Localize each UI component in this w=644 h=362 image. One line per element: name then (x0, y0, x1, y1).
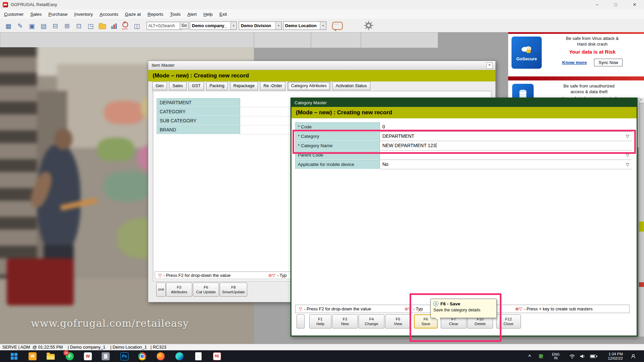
wps-office-icon[interactable]: W (26, 351, 39, 361)
menu-sales[interactable]: Sales (27, 10, 45, 18)
pencil-icon: ✎ (17, 23, 23, 29)
firefox-icon[interactable] (154, 351, 167, 361)
category-name-field[interactable]: NEW DEPARTMENT 123 (380, 141, 632, 150)
image-toolbar-icon[interactable]: ▣ (26, 20, 38, 32)
menu-reports[interactable]: Reports (144, 10, 167, 18)
tab-gen[interactable]: Gen (152, 82, 167, 90)
file-explorer-icon[interactable] (44, 351, 57, 361)
f3-new-button[interactable]: F3New (332, 314, 358, 328)
document-toolbar-icon[interactable]: ⊡ (73, 20, 85, 32)
chat-icon[interactable] (332, 22, 343, 30)
calculator-toolbar-icon[interactable]: ▤ (38, 20, 49, 32)
item-master-titlebar[interactable]: Item Master ✕ (148, 61, 495, 70)
tab-sales[interactable]: Sales (169, 82, 186, 90)
tray-chevron[interactable]: ^ (524, 351, 535, 361)
menu-purchase[interactable]: Purchase (45, 10, 71, 18)
start-button[interactable] (7, 351, 21, 361)
dropdown-icon[interactable]: ▽ (626, 150, 629, 160)
panel-strip (361, 32, 438, 48)
tab-category-attributes[interactable]: Category Attributes (288, 82, 330, 90)
copy-toolbar-icon[interactable]: ◳ (85, 20, 96, 32)
volume-icon[interactable] (578, 351, 588, 361)
menu-inventory[interactable]: Inventory (71, 10, 96, 18)
shift-button[interactable]: Shift (156, 283, 166, 297)
gear-icon[interactable] (363, 20, 374, 31)
division-dropdown-value: Demo Division (239, 23, 275, 28)
company-toolbar-icon[interactable]: ▦ (3, 20, 14, 32)
chrome-icon[interactable] (136, 351, 149, 361)
dropdown-icon[interactable]: ▽ (626, 132, 629, 141)
dropdown-icon[interactable]: ▽ (626, 160, 629, 169)
banner-line: Hard disk crash (577, 41, 607, 47)
menu-alert[interactable]: Alert (184, 10, 200, 18)
f4-change-button[interactable]: F4Change (359, 314, 384, 328)
menu-tools[interactable]: Tools (167, 10, 184, 18)
retaileasy-icon[interactable]: RE (210, 351, 224, 361)
photoshop-icon[interactable]: Ps (118, 351, 131, 361)
scroll-up-icon[interactable] (639, 98, 644, 103)
edge-icon[interactable] (173, 351, 186, 361)
sync-now-button[interactable]: Sync Now (594, 59, 623, 66)
blank-button[interactable] (297, 314, 305, 328)
risk-warning: Your data is at Risk (569, 49, 615, 55)
category-field[interactable]: DEPARTMENT ▽ (380, 132, 632, 141)
tab-reorder[interactable]: Re -Order (260, 82, 285, 90)
wifi-icon[interactable] (567, 351, 578, 361)
division-dropdown[interactable]: Demo Division (239, 21, 282, 30)
item-master-mode-header: (Mode – new) : Creating new record (148, 70, 495, 81)
tray-app-icon[interactable] (536, 351, 546, 361)
tab-gst[interactable]: GST (189, 82, 204, 90)
f6-cat-update-button[interactable]: F6Cat Update (193, 283, 219, 297)
mdi-scrollbar[interactable] (639, 98, 644, 337)
minimize-button[interactable]: – (588, 0, 606, 9)
brand-label: BRAND (157, 125, 240, 134)
know-more-link[interactable]: Know more (562, 60, 587, 65)
maximize-button[interactable]: □ (606, 0, 625, 9)
tab-repackage[interactable]: Repackage (230, 82, 258, 90)
desktop: GOFRUGAL RetailEasy – □ ✕ Customer Sales… (0, 0, 644, 362)
tooltip-body: Save the category details (431, 306, 496, 312)
f1-help-button[interactable]: F1Help (309, 314, 331, 328)
word-app-icon[interactable]: W (81, 351, 95, 361)
user-notification-icon[interactable] (628, 351, 639, 361)
battery-icon[interactable] (588, 351, 600, 361)
clock[interactable]: 1:34 PM 12/02/22 (600, 351, 624, 361)
tooltip-title: F6 - Save (440, 301, 460, 306)
language-indicator[interactable]: ENGIN (549, 351, 563, 361)
report-toolbar-icon[interactable]: ◫ (131, 20, 143, 32)
location-dropdown[interactable]: Demo Location (283, 21, 326, 30)
company-dropdown-value: Demo company_ (190, 23, 230, 28)
folder-toolbar-icon[interactable] (97, 20, 108, 32)
field-row-parent-code: Parent Code ▽ (295, 150, 632, 160)
menu-exit[interactable]: Exit (216, 10, 230, 18)
menu-accounts[interactable]: Accounts (96, 10, 122, 18)
whatsapp-icon[interactable]: ✆ 25 (63, 351, 76, 361)
menu-gaze-at[interactable]: Gaze at (121, 10, 144, 18)
notepad-icon[interactable] (192, 351, 205, 361)
mobile-device-field[interactable]: No ▽ (380, 160, 632, 169)
edit-toolbar-icon[interactable]: ✎ (14, 20, 26, 32)
close-button[interactable]: ✕ (625, 0, 644, 9)
item-master-close-button[interactable]: ✕ (486, 62, 493, 69)
device-app-icon[interactable] (99, 351, 112, 361)
category-master-titlebar[interactable]: Category Master (291, 99, 637, 107)
menu-customer[interactable]: Customer (1, 10, 27, 18)
f5-view-button[interactable]: F5View (385, 314, 411, 328)
company-dropdown[interactable]: Demo company_ (190, 21, 237, 30)
image-icon: ▣ (29, 23, 35, 29)
tab-activation-status[interactable]: Activation Status (332, 82, 370, 90)
parent-code-field[interactable]: ▽ (380, 150, 632, 160)
f3-attributes-button[interactable]: F3Attributes (166, 283, 192, 297)
go-button[interactable]: Go (180, 22, 189, 29)
print-preview-toolbar-icon[interactable]: ⊞ (61, 20, 73, 32)
tab-packing[interactable]: Packing (206, 82, 228, 90)
global-search-input[interactable] (147, 22, 182, 30)
code-field[interactable]: 0 (380, 122, 632, 132)
f12-close-button[interactable]: F12Close (496, 314, 521, 328)
print-toolbar-icon[interactable]: ⊟ (50, 20, 61, 32)
exit-toolbar-icon[interactable]: EXIT (119, 20, 131, 32)
f8-smartupdate-button[interactable]: F8SmartUpdate (220, 283, 247, 297)
gosecure-brand: GoSecure (516, 56, 537, 61)
menu-help[interactable]: Help (200, 10, 216, 18)
chart-toolbar-icon[interactable] (108, 20, 120, 32)
